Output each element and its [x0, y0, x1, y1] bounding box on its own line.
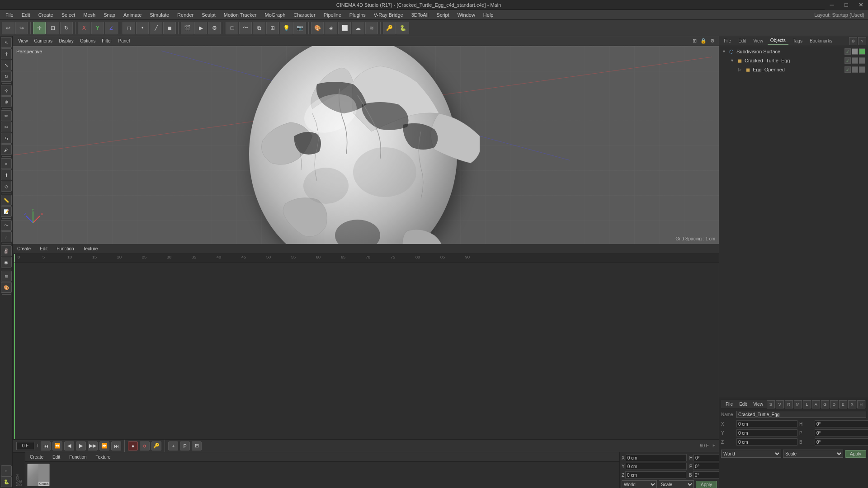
python-btn[interactable]: 🐍 — [1, 476, 12, 487]
cameras-menu[interactable]: Cameras — [32, 38, 56, 44]
attrs-icon-g[interactable]: G — [821, 400, 829, 408]
rotate-tool[interactable]: ↻ — [60, 22, 73, 34]
attrs-icon-v[interactable]: V — [776, 400, 784, 408]
menu-sculpt[interactable]: Sculpt — [198, 11, 219, 19]
viewport-icon-lock[interactable]: 🔒 — [700, 38, 707, 45]
redo-button[interactable]: ↪ — [15, 22, 28, 34]
attrs-z-input[interactable] — [736, 438, 797, 446]
menu-snap[interactable]: Snap — [100, 11, 119, 19]
attrs-icon-e[interactable]: E — [839, 400, 847, 408]
goto-end-btn[interactable]: ⏭ — [111, 441, 121, 450]
mat-function-btn[interactable]: Function — [66, 454, 89, 460]
render-active[interactable]: ▶ — [194, 22, 207, 34]
mat-texture-btn[interactable]: Texture — [93, 454, 113, 460]
y-axis-btn[interactable]: Y — [91, 22, 104, 34]
close-button[interactable]: ✕ — [854, 0, 868, 10]
menu-pipeline[interactable]: Pipeline — [320, 11, 345, 19]
extrude-tool[interactable]: ⬆ — [1, 169, 12, 180]
next-frame-btn[interactable]: ⏩ — [99, 441, 109, 450]
object-mode[interactable]: ◻ — [123, 22, 135, 34]
tree-dot1-egg[interactable] — [852, 57, 858, 64]
viewport-icon-settings[interactable]: ⚙ — [709, 38, 716, 45]
menu-simulate[interactable]: Simulate — [146, 11, 173, 19]
sculpt-btn[interactable]: 🗿 — [1, 245, 12, 256]
tab-file[interactable]: File — [721, 38, 734, 44]
axis-tool[interactable]: ⊕ — [1, 96, 12, 107]
texture-left[interactable]: 🎨 — [1, 282, 12, 293]
maxon-plugin2[interactable]: 🐍 — [396, 22, 409, 34]
attrs-icon-r[interactable]: R — [785, 400, 793, 408]
menu-vray[interactable]: V-Ray Bridge — [370, 11, 407, 19]
tree-dot1-subdiv[interactable] — [852, 48, 858, 55]
menu-help[interactable]: Help — [480, 11, 497, 19]
bevel-tool[interactable]: ◇ — [1, 181, 12, 192]
attrs-icon-a[interactable]: A — [812, 400, 820, 408]
light-tool[interactable]: 💡 — [280, 22, 292, 34]
shader-tool[interactable]: ◈ — [325, 22, 337, 34]
menu-file[interactable]: File — [2, 11, 17, 19]
attrs-icon-d[interactable]: D — [830, 400, 838, 408]
menu-script[interactable]: Script — [433, 11, 453, 19]
attrs-tab-view[interactable]: View — [750, 401, 766, 407]
tree-vis-opened[interactable]: ✓ — [844, 66, 851, 73]
tab-tags[interactable]: Tags — [790, 38, 805, 44]
viewport-icon-maximize[interactable]: ⊞ — [691, 38, 698, 45]
tree-vis-egg[interactable]: ✓ — [844, 57, 851, 64]
attrs-h-input[interactable] — [815, 420, 868, 427]
attrs-scale-select[interactable]: Scale — [783, 450, 843, 458]
name-input[interactable] — [736, 411, 866, 418]
undo-button[interactable]: ↩ — [2, 22, 14, 34]
knife-tool[interactable]: ✂ — [1, 122, 12, 132]
tab-objects[interactable]: Objects — [768, 37, 788, 45]
x-position-input[interactable] — [626, 454, 687, 461]
tab-bookmarks[interactable]: Bookmarks — [807, 38, 835, 44]
attrs-icon-s[interactable]: S — [767, 400, 775, 408]
menu-edit[interactable]: Edit — [18, 11, 34, 19]
attrs-y-input[interactable] — [736, 429, 797, 436]
rp-icon1[interactable]: ⚙ — [849, 37, 857, 45]
restore-button[interactable]: □ — [839, 0, 854, 10]
menu-render[interactable]: Render — [174, 11, 197, 19]
smooth-tool[interactable]: ≈ — [1, 158, 12, 169]
attrs-world-select[interactable]: World Local — [721, 450, 781, 458]
key-all-btn[interactable]: 🔑 — [151, 441, 161, 450]
point-mode[interactable]: • — [136, 22, 149, 34]
camera-tool[interactable]: 📷 — [293, 22, 306, 34]
key-record-btn[interactable]: ● — [128, 441, 138, 450]
current-frame-input[interactable] — [16, 442, 34, 450]
sculpt2-btn[interactable]: ◉ — [1, 257, 12, 267]
window-controls[interactable]: ─ □ ✕ — [825, 0, 868, 10]
hair-tool[interactable]: ≋ — [365, 22, 378, 34]
paint-tool[interactable]: 🖌 — [1, 144, 12, 155]
scale-tool-left[interactable]: ⤡ — [1, 60, 12, 70]
snap-tool[interactable]: ⊹ — [1, 85, 12, 96]
menu-motiontracker[interactable]: Motion Tracker — [220, 11, 260, 19]
move-tool[interactable]: ✛ — [33, 22, 46, 34]
menu-plugins[interactable]: Plugins — [346, 11, 369, 19]
spline-edit[interactable]: ⟋ — [1, 231, 12, 242]
tree-dot2-egg[interactable] — [859, 57, 865, 64]
play-back-btn[interactable]: ◀ — [64, 441, 74, 450]
x-axis-btn[interactable]: X — [78, 22, 90, 34]
play-forward-btn[interactable]: ▶▶ — [88, 441, 98, 450]
attrs-p-input[interactable] — [815, 429, 868, 436]
menu-character[interactable]: Character — [290, 11, 319, 19]
menu-window[interactable]: Window — [454, 11, 479, 19]
polygon-mode[interactable]: ◼ — [163, 22, 176, 34]
attrs-icon-x[interactable]: X — [848, 400, 856, 408]
deform-tool[interactable]: ⧉ — [253, 22, 265, 34]
timeline-create-btn[interactable]: Create — [14, 246, 33, 252]
maxon-plugin1[interactable]: 🔑 — [383, 22, 396, 34]
3d-egg-object[interactable] — [226, 46, 480, 244]
mograph-tool[interactable]: ⊞ — [266, 22, 279, 34]
texture-tool[interactable]: 🎨 — [311, 22, 324, 34]
tree-item-egg-opened[interactable]: ▷ ◼ Egg_Openned ✓ — [720, 65, 867, 74]
pb-settings2[interactable]: P — [180, 441, 190, 450]
move-tool-left[interactable]: ✛ — [1, 48, 12, 59]
tree-dot1-opened[interactable] — [852, 66, 858, 73]
pb-settings3[interactable]: ⊞ — [192, 441, 202, 450]
3d-viewport[interactable]: Perspective Grid Spacing : 1 cm — [13, 46, 719, 244]
attrs-x-input[interactable] — [736, 420, 797, 427]
menu-select[interactable]: Select — [58, 11, 79, 19]
apply-button[interactable]: Apply — [696, 481, 717, 488]
